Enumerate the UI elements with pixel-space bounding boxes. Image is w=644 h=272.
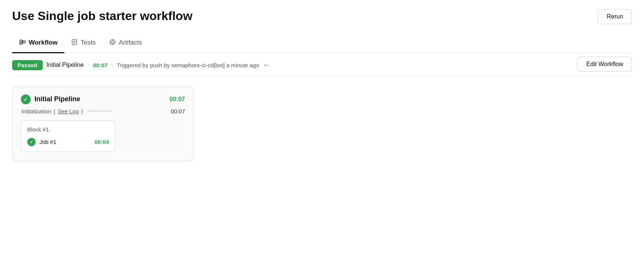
rerun-button[interactable]: Rerun [598,9,632,24]
block-card: Block #1 Job #1 00:04 [21,121,115,152]
init-duration: 00:07 [171,108,185,114]
tab-workflow[interactable]: Workflow [12,33,64,53]
tab-tests[interactable]: Tests [64,33,103,53]
svg-rect-2 [23,41,25,43]
tab-tests-label: Tests [81,39,96,46]
workflow-icon [19,39,26,47]
init-label: Initialization [22,108,51,114]
see-log-link[interactable]: See Log [58,108,79,114]
tabs-nav: Workflow Tests Artifacts [12,33,632,53]
pipeline-duration: 00:07 [93,62,107,68]
dots-separator [88,111,111,111]
svg-rect-0 [20,40,22,42]
pipeline-status-icon [21,94,31,104]
init-row: Initialization (See Log) 00:07 [21,108,185,114]
pipeline-name: Initial Pipeline [47,62,84,68]
status-bar: Passed Initial Pipeline · 00:07 · Trigge… [12,53,632,76]
pipeline-card-title-group: Initial Pipeline [21,94,80,104]
svg-point-12 [111,41,114,43]
trigger-info: Triggered by push by semaphore-ci-cd[bot… [117,62,259,68]
job-status-icon [27,138,36,146]
tab-workflow-label: Workflow [29,39,58,46]
pipeline-card-duration: 00:07 [170,96,185,103]
tab-artifacts-label: Artifacts [119,39,142,46]
artifacts-icon [109,39,116,47]
pipeline-card-header: Initial Pipeline 00:07 [21,94,185,104]
svg-rect-1 [20,43,22,45]
page-title: Use Single job starter workflow [12,9,193,23]
tests-icon [71,39,78,47]
pipeline-card-title: Initial Pipeline [34,95,80,103]
job-row: Job #1 00:04 [27,138,109,146]
back-arrow-icon[interactable]: ← [263,61,270,69]
job-name: Job #1 [39,139,56,145]
pipeline-card: Initial Pipeline 00:07 Initialization (S… [12,87,194,161]
job-duration: 00:04 [95,139,109,145]
passed-badge: Passed [12,60,43,70]
block-title: Block #1 [27,126,109,133]
workflow-area: Initial Pipeline 00:07 Initialization (S… [12,76,632,172]
tab-artifacts[interactable]: Artifacts [103,33,149,53]
edit-workflow-button[interactable]: Edit Workflow [577,57,632,72]
